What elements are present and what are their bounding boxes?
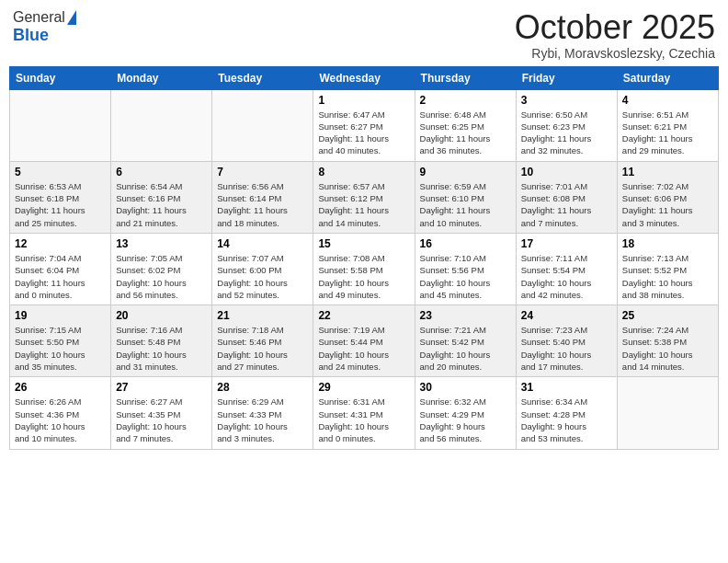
day-number: 29: [318, 381, 409, 394]
day-number: 6: [116, 166, 207, 178]
calendar-day-cell: 6Sunrise: 6:54 AM Sunset: 6:16 PM Daylig…: [111, 161, 212, 233]
day-number: 22: [318, 309, 409, 322]
day-number: 20: [116, 309, 207, 322]
day-number: 14: [217, 237, 308, 250]
calendar-day-cell: 21Sunrise: 7:18 AM Sunset: 5:46 PM Dayli…: [212, 305, 313, 377]
calendar-day-cell: 9Sunrise: 6:59 AM Sunset: 6:10 PM Daylig…: [415, 161, 516, 233]
day-number: 24: [521, 309, 612, 322]
day-info: Sunrise: 7:19 AM Sunset: 5:44 PM Dayligh…: [318, 324, 409, 373]
logo-blue-text: Blue: [13, 26, 49, 45]
logo-triangle-icon: [67, 10, 76, 25]
day-info: Sunrise: 6:31 AM Sunset: 4:31 PM Dayligh…: [318, 396, 409, 444]
day-info: Sunrise: 7:18 AM Sunset: 5:46 PM Dayligh…: [217, 324, 308, 373]
day-info: Sunrise: 7:15 AM Sunset: 5:50 PM Dayligh…: [15, 324, 106, 373]
column-header-tuesday: Tuesday: [212, 66, 313, 89]
calendar-day-cell: [212, 89, 313, 161]
day-info: Sunrise: 7:23 AM Sunset: 5:40 PM Dayligh…: [521, 324, 612, 373]
day-number: 27: [116, 381, 207, 394]
day-number: 11: [622, 166, 713, 178]
calendar-day-cell: 17Sunrise: 7:11 AM Sunset: 5:54 PM Dayli…: [516, 233, 617, 304]
day-number: 21: [217, 309, 308, 322]
day-number: 16: [420, 237, 511, 250]
day-number: 23: [420, 309, 511, 322]
day-info: Sunrise: 7:21 AM Sunset: 5:42 PM Dayligh…: [420, 324, 511, 373]
day-info: Sunrise: 6:50 AM Sunset: 6:23 PM Dayligh…: [521, 109, 612, 157]
calendar-day-cell: 22Sunrise: 7:19 AM Sunset: 5:44 PM Dayli…: [313, 305, 415, 377]
day-number: 13: [116, 237, 207, 250]
calendar-day-cell: 13Sunrise: 7:05 AM Sunset: 6:02 PM Dayli…: [111, 233, 212, 304]
column-header-saturday: Saturday: [617, 66, 718, 89]
calendar-day-cell: 29Sunrise: 6:31 AM Sunset: 4:31 PM Dayli…: [313, 377, 415, 449]
calendar-week-row: 19Sunrise: 7:15 AM Sunset: 5:50 PM Dayli…: [10, 305, 719, 377]
page-header: General Blue October 2025 Rybi, Moravsko…: [9, 9, 719, 61]
day-info: Sunrise: 6:48 AM Sunset: 6:25 PM Dayligh…: [420, 109, 511, 157]
calendar-day-cell: 12Sunrise: 7:04 AM Sunset: 6:04 PM Dayli…: [10, 233, 111, 304]
calendar-day-cell: 2Sunrise: 6:48 AM Sunset: 6:25 PM Daylig…: [415, 89, 516, 161]
day-info: Sunrise: 7:11 AM Sunset: 5:54 PM Dayligh…: [521, 252, 612, 301]
column-header-thursday: Thursday: [415, 66, 516, 89]
day-info: Sunrise: 6:53 AM Sunset: 6:18 PM Dayligh…: [15, 180, 106, 229]
calendar-day-cell: 4Sunrise: 6:51 AM Sunset: 6:21 PM Daylig…: [617, 89, 718, 161]
calendar-day-cell: 30Sunrise: 6:32 AM Sunset: 4:29 PM Dayli…: [415, 377, 516, 449]
day-number: 25: [622, 309, 713, 322]
day-number: 18: [622, 237, 713, 250]
calendar-week-row: 12Sunrise: 7:04 AM Sunset: 6:04 PM Dayli…: [10, 233, 719, 304]
day-number: 15: [318, 237, 409, 250]
day-number: 26: [15, 381, 106, 394]
day-info: Sunrise: 6:56 AM Sunset: 6:14 PM Dayligh…: [217, 180, 308, 229]
day-number: 12: [15, 237, 106, 250]
day-info: Sunrise: 7:16 AM Sunset: 5:48 PM Dayligh…: [116, 324, 207, 373]
logo: General Blue: [13, 9, 76, 45]
day-info: Sunrise: 7:13 AM Sunset: 5:52 PM Dayligh…: [622, 252, 713, 301]
calendar-header-row: SundayMondayTuesdayWednesdayThursdayFrid…: [10, 66, 719, 89]
location-text: Rybi, Moravskoslezsky, Czechia: [515, 46, 715, 61]
calendar-day-cell: 19Sunrise: 7:15 AM Sunset: 5:50 PM Dayli…: [10, 305, 111, 377]
day-info: Sunrise: 6:59 AM Sunset: 6:10 PM Dayligh…: [420, 180, 511, 229]
calendar-day-cell: 5Sunrise: 6:53 AM Sunset: 6:18 PM Daylig…: [10, 161, 111, 233]
day-number: 17: [521, 237, 612, 250]
calendar-day-cell: 11Sunrise: 7:02 AM Sunset: 6:06 PM Dayli…: [617, 161, 718, 233]
calendar-day-cell: 10Sunrise: 7:01 AM Sunset: 6:08 PM Dayli…: [516, 161, 617, 233]
day-number: 1: [318, 94, 409, 107]
day-number: 8: [318, 166, 409, 178]
day-number: 4: [622, 94, 713, 107]
day-number: 7: [217, 166, 308, 178]
day-number: 10: [521, 166, 612, 178]
calendar-day-cell: [111, 89, 212, 161]
day-number: 3: [521, 94, 612, 107]
column-header-monday: Monday: [111, 66, 212, 89]
day-info: Sunrise: 6:34 AM Sunset: 4:28 PM Dayligh…: [521, 396, 612, 444]
calendar-day-cell: 3Sunrise: 6:50 AM Sunset: 6:23 PM Daylig…: [516, 89, 617, 161]
logo-general-text: General: [13, 9, 65, 26]
calendar-day-cell: 23Sunrise: 7:21 AM Sunset: 5:42 PM Dayli…: [415, 305, 516, 377]
calendar-day-cell: 27Sunrise: 6:27 AM Sunset: 4:35 PM Dayli…: [111, 377, 212, 449]
calendar-day-cell: 7Sunrise: 6:56 AM Sunset: 6:14 PM Daylig…: [212, 161, 313, 233]
day-info: Sunrise: 6:32 AM Sunset: 4:29 PM Dayligh…: [420, 396, 511, 444]
day-info: Sunrise: 7:07 AM Sunset: 6:00 PM Dayligh…: [217, 252, 308, 301]
calendar-day-cell: 18Sunrise: 7:13 AM Sunset: 5:52 PM Dayli…: [617, 233, 718, 304]
day-info: Sunrise: 7:02 AM Sunset: 6:06 PM Dayligh…: [622, 180, 713, 229]
calendar-week-row: 5Sunrise: 6:53 AM Sunset: 6:18 PM Daylig…: [10, 161, 719, 233]
calendar-day-cell: 28Sunrise: 6:29 AM Sunset: 4:33 PM Dayli…: [212, 377, 313, 449]
calendar-day-cell: 14Sunrise: 7:07 AM Sunset: 6:00 PM Dayli…: [212, 233, 313, 304]
day-info: Sunrise: 6:27 AM Sunset: 4:35 PM Dayligh…: [116, 396, 207, 444]
calendar-table: SundayMondayTuesdayWednesdayThursdayFrid…: [9, 66, 719, 450]
day-info: Sunrise: 6:47 AM Sunset: 6:27 PM Dayligh…: [318, 109, 409, 157]
day-info: Sunrise: 6:29 AM Sunset: 4:33 PM Dayligh…: [217, 396, 308, 444]
day-number: 30: [420, 381, 511, 394]
calendar-day-cell: 16Sunrise: 7:10 AM Sunset: 5:56 PM Dayli…: [415, 233, 516, 304]
day-info: Sunrise: 7:01 AM Sunset: 6:08 PM Dayligh…: [521, 180, 612, 229]
calendar-day-cell: 1Sunrise: 6:47 AM Sunset: 6:27 PM Daylig…: [313, 89, 415, 161]
day-info: Sunrise: 7:24 AM Sunset: 5:38 PM Dayligh…: [622, 324, 713, 373]
calendar-day-cell: 24Sunrise: 7:23 AM Sunset: 5:40 PM Dayli…: [516, 305, 617, 377]
day-number: 5: [15, 166, 106, 178]
calendar-week-row: 1Sunrise: 6:47 AM Sunset: 6:27 PM Daylig…: [10, 89, 719, 161]
calendar-day-cell: [617, 377, 718, 449]
day-number: 31: [521, 381, 612, 394]
day-info: Sunrise: 6:57 AM Sunset: 6:12 PM Dayligh…: [318, 180, 409, 229]
day-info: Sunrise: 6:54 AM Sunset: 6:16 PM Dayligh…: [116, 180, 207, 229]
calendar-week-row: 26Sunrise: 6:26 AM Sunset: 4:36 PM Dayli…: [10, 377, 719, 449]
day-info: Sunrise: 6:26 AM Sunset: 4:36 PM Dayligh…: [15, 396, 106, 444]
day-number: 19: [15, 309, 106, 322]
column-header-wednesday: Wednesday: [313, 66, 415, 89]
